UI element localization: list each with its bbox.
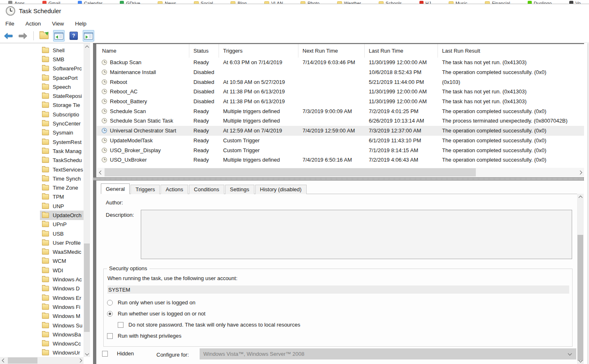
sidebar-item-storage-tie[interactable]: Storage Tie [40, 101, 86, 110]
sidebar-item-usb[interactable]: USB [40, 229, 86, 238]
tab-triggers[interactable]: Triggers [130, 185, 160, 194]
sidebar-item-spaceport[interactable]: SpacePort [40, 73, 86, 82]
menu-item-file[interactable]: File [5, 21, 14, 27]
hidden-checkbox[interactable] [102, 351, 108, 357]
table-row-reboot[interactable]: RebootDisabledAt 10:58 AM on 5/27/20195/… [97, 77, 584, 87]
configure-for-dropdown[interactable]: Windows Vista™, Windows Server™ 2008 [200, 348, 576, 359]
sidebar-item-task-manag[interactable]: Task Manag [40, 146, 86, 155]
column-header-last-run-result[interactable]: Last Run Result [438, 44, 584, 58]
tab-history-disabled[interactable]: History (disabled) [255, 185, 307, 194]
sidebar-item-windows-fi[interactable]: Windows Fi [40, 302, 86, 311]
sidebar-item-smb[interactable]: SMB [40, 55, 86, 64]
cell-result-text: The task has not yet run. (0x41303) [442, 88, 526, 95]
table-row-universal-orchestrator-start[interactable]: Universal Orchestrator StartReadyAt 12:5… [97, 126, 584, 136]
table-row-updatemodeltask[interactable]: UpdateModelTaskReadyCustom Trigger6/1/20… [97, 136, 584, 146]
sidebar-item-statereposi[interactable]: StateReposi [40, 91, 86, 100]
sidebar-item-windowsba[interactable]: WindowsBa [40, 330, 86, 339]
sidebar-item-label: SpacePort [53, 75, 78, 81]
details-scroll-up-arrow[interactable] [577, 194, 584, 200]
table-row-reboot-battery[interactable]: Reboot_BatteryDisabledAt 11:38 PM on 6/1… [97, 97, 584, 107]
sidebar-item-tpm[interactable]: TPM [40, 192, 86, 202]
sidebar-item-windows-ac[interactable]: Windows Ac [40, 275, 86, 284]
column-header-name[interactable]: Name [97, 44, 189, 58]
show-hide-console-tree-button[interactable] [53, 30, 65, 42]
table-row-uso-uxbroker[interactable]: USO_UxBrokerReadyMultiple triggers defin… [97, 155, 584, 165]
horizontal-splitter[interactable] [93, 177, 584, 181]
sidebar-item-windows-su[interactable]: Windows Su [40, 321, 86, 330]
column-header-status[interactable]: Status [189, 44, 219, 58]
table-row-uso-broker-display[interactable]: USO_Broker_DisplayReadyCustom Trigger7/1… [97, 145, 584, 155]
menu-item-help[interactable]: Help [75, 21, 86, 27]
sidebar-item-taskschedu[interactable]: TaskSchedu [40, 156, 86, 165]
sidebar-item-updateorch[interactable]: UpdateOrch [40, 211, 86, 220]
details-vertical-scrollbar[interactable] [577, 194, 584, 364]
task-details-pane: GeneralTriggersActionsConditionsSettings… [97, 181, 584, 364]
details-scroll-down-arrow[interactable] [577, 357, 584, 364]
sidebar-item-time-synch[interactable]: Time Synch [40, 174, 86, 183]
menu-item-view[interactable]: View [52, 21, 64, 27]
description-textbox[interactable] [141, 210, 572, 259]
folder-icon [42, 249, 49, 255]
tab-general[interactable]: General [101, 183, 130, 194]
sidebar-item-windows-er[interactable]: Windows Er [40, 293, 86, 302]
table-row-backup-scan[interactable]: Backup ScanReadyAt 6:03 PM on 7/14/20197… [97, 58, 584, 67]
sidebar-item-synccenter[interactable]: SyncCenter [40, 119, 86, 128]
tree-scroll-thumb[interactable] [84, 243, 90, 332]
sidebar-item-windowscc[interactable]: WindowsCc [40, 339, 86, 348]
sidebar-item-waasmedic[interactable]: WaaSMedic [40, 248, 86, 257]
tree-scroll-right-arrow[interactable] [77, 357, 84, 364]
tree-scroll-up-arrow[interactable] [84, 44, 90, 50]
tree-horizontal-scrollbar[interactable] [0, 357, 84, 364]
tree-vertical-scrollbar[interactable] [84, 44, 90, 357]
sidebar-item-shell[interactable]: Shell [40, 46, 86, 55]
column-header-last-run-time[interactable]: Last Run Time [365, 44, 438, 58]
cell-name-text: Reboot_AC [110, 88, 137, 95]
task-list-hscroll-thumb[interactable] [105, 168, 476, 176]
sidebar-item-time-zone[interactable]: Time Zone [40, 183, 86, 192]
sidebar-item-unp[interactable]: UNP [40, 202, 86, 211]
table-row-schedule-scan[interactable]: Schedule ScanReadyMultiple triggers defi… [97, 106, 584, 116]
security-options-label: Security options [107, 265, 149, 271]
export-list-button[interactable] [38, 30, 50, 42]
tab-settings[interactable]: Settings [225, 185, 254, 194]
sidebar-item-windows-m[interactable]: Windows M [40, 312, 86, 321]
task-list-scroll-right-arrow[interactable] [577, 168, 584, 177]
table-row-maintenance-install[interactable]: Maintenance InstallDisabled10/6/2018 8:5… [97, 67, 584, 77]
menu-item-action[interactable]: Action [26, 21, 41, 27]
sidebar-item-subscriptio[interactable]: Subscriptio [40, 110, 86, 119]
tree-scroll-down-arrow[interactable] [84, 350, 90, 357]
details-scroll-thumb[interactable] [577, 235, 583, 361]
sidebar-item-speech[interactable]: Speech [40, 82, 86, 91]
column-header-next-run-time[interactable]: Next Run Time [298, 44, 365, 58]
back-button[interactable] [2, 30, 14, 42]
sidebar-item-systemrest[interactable]: SystemRest [40, 137, 86, 146]
checkbox-control[interactable] [118, 322, 123, 328]
radio-control[interactable] [107, 300, 113, 306]
task-list-scroll-left-arrow[interactable] [97, 168, 104, 177]
tree-hscroll-thumb[interactable] [8, 357, 37, 364]
table-row-schedule-scan-static-task[interactable]: Schedule Scan Static TaskReadyMultiple t… [97, 116, 584, 126]
console-tree-icon [54, 32, 63, 39]
sidebar-item-windowsur[interactable]: WindowsUr [40, 348, 86, 357]
vertical-splitter[interactable] [93, 43, 96, 364]
tab-conditions[interactable]: Conditions [189, 185, 224, 194]
sidebar-item-upnp[interactable]: UPnP [40, 220, 86, 229]
cell-result-text: The operation completed successfully. (0… [442, 157, 546, 163]
checkbox-control[interactable] [107, 333, 113, 339]
radio-checked-control[interactable] [107, 311, 113, 317]
sidebar-item-softwareprc[interactable]: SoftwarePrc [40, 64, 86, 73]
tree-scroll-left-arrow[interactable] [0, 357, 7, 364]
help-button[interactable]: ? [68, 30, 79, 42]
task-list-horizontal-scrollbar[interactable] [97, 168, 584, 177]
sidebar-item-windows-d[interactable]: Windows D [40, 284, 86, 293]
sidebar-item-wcm[interactable]: WCM [40, 257, 86, 266]
show-hide-action-pane-button[interactable] [83, 30, 94, 42]
sidebar-item-user-profile[interactable]: User Profile [40, 238, 86, 247]
sidebar-item-textservices[interactable]: TextServices [40, 165, 86, 174]
forward-button[interactable] [17, 30, 29, 42]
column-header-triggers[interactable]: Triggers [219, 44, 298, 58]
table-row-reboot-ac[interactable]: Reboot_ACDisabledAt 11:38 PM on 6/13/201… [97, 87, 584, 97]
sidebar-item-sysmain[interactable]: Sysmain [40, 128, 86, 137]
tab-actions[interactable]: Actions [161, 185, 188, 194]
sidebar-item-wdi[interactable]: WDI [40, 266, 86, 275]
